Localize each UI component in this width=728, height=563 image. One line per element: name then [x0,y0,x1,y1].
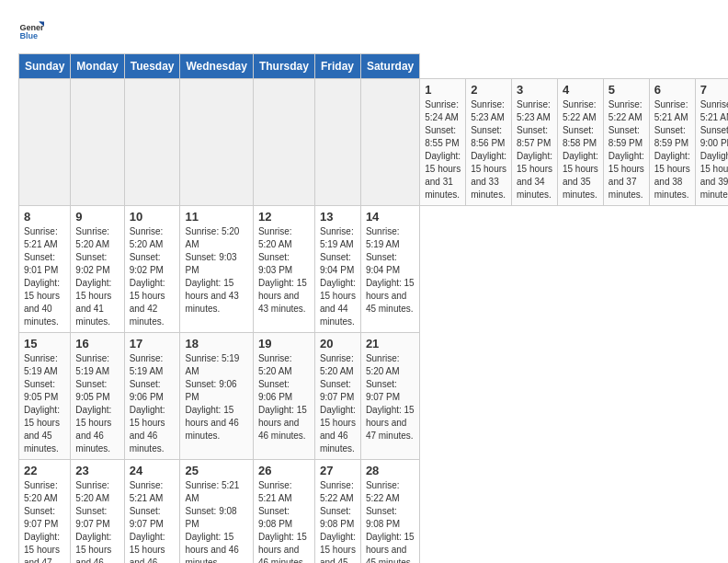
day-number: 1 [425,83,461,97]
day-number: 8 [24,210,65,224]
day-cell: 20Sunrise: 5:20 AMSunset: 9:07 PMDayligh… [314,333,360,460]
day-number: 2 [471,83,506,97]
day-cell [71,79,124,206]
day-cell: 9Sunrise: 5:20 AMSunset: 9:02 PMDaylight… [71,206,124,333]
day-cell: 26Sunrise: 5:21 AMSunset: 9:08 PMDayligh… [253,460,314,564]
day-cell: 16Sunrise: 5:19 AMSunset: 9:05 PMDayligh… [71,333,124,460]
day-number: 26 [258,464,310,477]
day-cell: 18Sunrise: 5:19 AMSunset: 9:06 PMDayligh… [180,333,253,460]
day-number: 3 [517,83,552,97]
day-number: 5 [609,83,644,97]
day-cell: 25Sunrise: 5:21 AMSunset: 9:08 PMDayligh… [180,460,253,564]
day-info: Sunrise: 5:20 AMSunset: 9:07 PMDaylight:… [366,352,415,442]
day-info: Sunrise: 5:20 AMSunset: 9:03 PMDaylight:… [258,225,310,316]
day-info: Sunrise: 5:20 AMSunset: 9:03 PMDaylight:… [185,225,247,316]
day-info: Sunrise: 5:19 AMSunset: 9:06 PMDaylight:… [130,352,176,455]
day-info: Sunrise: 5:19 AMSunset: 9:04 PMDaylight:… [366,225,415,316]
day-number: 16 [75,337,119,350]
day-number: 10 [130,210,176,224]
day-cell [253,79,314,206]
day-cell: 28Sunrise: 5:22 AMSunset: 9:08 PMDayligh… [360,460,419,564]
day-info: Sunrise: 5:19 AMSunset: 9:05 PMDaylight:… [24,352,65,455]
day-info: Sunrise: 5:22 AMSunset: 9:08 PMDaylight:… [320,479,356,563]
week-row-2: 8Sunrise: 5:21 AMSunset: 9:01 PMDaylight… [19,206,729,333]
col-header-thursday: Thursday [253,54,314,79]
day-info: Sunrise: 5:23 AMSunset: 8:56 PMDaylight:… [471,98,506,201]
day-info: Sunrise: 5:23 AMSunset: 8:57 PMDaylight:… [517,98,552,201]
day-number: 9 [75,210,119,224]
day-cell: 3Sunrise: 5:23 AMSunset: 8:57 PMDaylight… [512,79,558,206]
day-cell: 2Sunrise: 5:23 AMSunset: 8:56 PMDaylight… [466,79,512,206]
day-info: Sunrise: 5:20 AMSunset: 9:06 PMDaylight:… [258,352,310,442]
day-cell: 12Sunrise: 5:20 AMSunset: 9:03 PMDayligh… [253,206,314,333]
day-cell: 22Sunrise: 5:20 AMSunset: 9:07 PMDayligh… [19,460,71,564]
calendar-header: SundayMondayTuesdayWednesdayThursdayFrid… [19,54,729,79]
logo-icon: General Blue [18,18,44,44]
col-header-monday: Monday [71,54,124,79]
day-number: 22 [24,464,65,477]
week-row-4: 22Sunrise: 5:20 AMSunset: 9:07 PMDayligh… [19,460,729,564]
day-info: Sunrise: 5:21 AMSunset: 9:01 PMDaylight:… [24,225,65,328]
day-number: 6 [654,83,690,97]
day-cell: 17Sunrise: 5:19 AMSunset: 9:06 PMDayligh… [124,333,180,460]
day-number: 23 [75,464,119,477]
day-info: Sunrise: 5:21 AMSunset: 8:59 PMDaylight:… [654,98,690,201]
day-info: Sunrise: 5:22 AMSunset: 8:58 PMDaylight:… [563,98,598,201]
day-info: Sunrise: 5:22 AMSunset: 8:59 PMDaylight:… [609,98,644,201]
day-number: 14 [366,210,415,224]
day-cell: 11Sunrise: 5:20 AMSunset: 9:03 PMDayligh… [180,206,253,333]
day-number: 17 [130,337,176,350]
week-row-3: 15Sunrise: 5:19 AMSunset: 9:05 PMDayligh… [19,333,729,460]
day-cell: 7Sunrise: 5:21 AMSunset: 9:00 PMDaylight… [695,79,728,206]
day-cell [124,79,180,206]
svg-text:Blue: Blue [19,31,38,40]
col-header-wednesday: Wednesday [180,54,253,79]
day-cell: 24Sunrise: 5:21 AMSunset: 9:07 PMDayligh… [124,460,180,564]
day-cell: 15Sunrise: 5:19 AMSunset: 9:05 PMDayligh… [19,333,71,460]
day-info: Sunrise: 5:21 AMSunset: 9:00 PMDaylight:… [700,98,728,201]
day-info: Sunrise: 5:21 AMSunset: 9:07 PMDaylight:… [130,479,176,563]
day-cell: 5Sunrise: 5:22 AMSunset: 8:59 PMDaylight… [603,79,649,206]
day-info: Sunrise: 5:21 AMSunset: 9:08 PMDaylight:… [185,479,247,563]
day-cell: 14Sunrise: 5:19 AMSunset: 9:04 PMDayligh… [360,206,419,333]
day-cell: 23Sunrise: 5:20 AMSunset: 9:07 PMDayligh… [71,460,124,564]
header-row: SundayMondayTuesdayWednesdayThursdayFrid… [19,54,729,79]
day-cell: 1Sunrise: 5:24 AMSunset: 8:55 PMDaylight… [420,79,466,206]
day-number: 25 [185,464,247,477]
day-info: Sunrise: 5:19 AMSunset: 9:05 PMDaylight:… [75,352,119,455]
day-number: 11 [185,210,247,224]
col-header-sunday: Sunday [19,54,71,79]
calendar-table: SundayMondayTuesdayWednesdayThursdayFrid… [18,53,728,563]
col-header-tuesday: Tuesday [124,54,180,79]
logo: General Blue [18,18,48,44]
day-info: Sunrise: 5:20 AMSunset: 9:02 PMDaylight:… [130,225,176,328]
day-cell: 13Sunrise: 5:19 AMSunset: 9:04 PMDayligh… [314,206,360,333]
svg-text:General: General [19,23,44,32]
day-cell [360,79,419,206]
day-cell: 4Sunrise: 5:22 AMSunset: 8:58 PMDaylight… [557,79,603,206]
day-number: 24 [130,464,176,477]
day-info: Sunrise: 5:19 AMSunset: 9:06 PMDaylight:… [185,352,247,442]
day-number: 28 [366,464,415,477]
day-cell: 8Sunrise: 5:21 AMSunset: 9:01 PMDaylight… [19,206,71,333]
day-number: 21 [366,337,415,350]
day-cell [19,79,71,206]
day-number: 20 [320,337,356,350]
day-info: Sunrise: 5:19 AMSunset: 9:04 PMDaylight:… [320,225,356,328]
day-number: 7 [700,83,728,97]
col-header-friday: Friday [314,54,360,79]
day-info: Sunrise: 5:24 AMSunset: 8:55 PMDaylight:… [425,98,461,201]
day-info: Sunrise: 5:20 AMSunset: 9:07 PMDaylight:… [24,479,65,563]
day-number: 13 [320,210,356,224]
day-cell: 21Sunrise: 5:20 AMSunset: 9:07 PMDayligh… [360,333,419,460]
day-info: Sunrise: 5:21 AMSunset: 9:08 PMDaylight:… [258,479,310,563]
day-number: 19 [258,337,310,350]
day-cell [180,79,253,206]
day-info: Sunrise: 5:22 AMSunset: 9:08 PMDaylight:… [366,479,415,563]
day-cell: 6Sunrise: 5:21 AMSunset: 8:59 PMDaylight… [649,79,695,206]
day-cell: 19Sunrise: 5:20 AMSunset: 9:06 PMDayligh… [253,333,314,460]
day-number: 4 [563,83,598,97]
day-cell: 27Sunrise: 5:22 AMSunset: 9:08 PMDayligh… [314,460,360,564]
day-cell: 10Sunrise: 5:20 AMSunset: 9:02 PMDayligh… [124,206,180,333]
day-number: 15 [24,337,65,350]
